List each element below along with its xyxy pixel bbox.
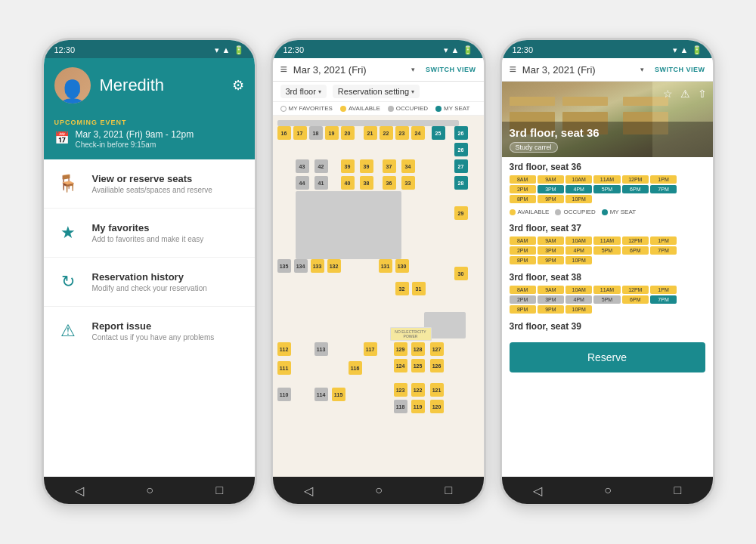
time-5pm-37[interactable]: 5PM	[593, 246, 620, 255]
time-10am-36[interactable]: 10AM	[565, 175, 592, 184]
seat-122[interactable]: 122	[411, 383, 425, 397]
seat-120[interactable]: 120	[430, 400, 444, 413]
back-button-3[interactable]: ◁	[533, 484, 542, 498]
time-7pm-36[interactable]: 7PM	[650, 185, 677, 193]
time-9pm-36[interactable]: 9PM	[538, 195, 564, 203]
time-5pm-38[interactable]: 5PM	[593, 295, 620, 304]
seat-127[interactable]: 127	[430, 342, 444, 356]
time-6pm-38[interactable]: 6PM	[622, 295, 649, 304]
menu-item-favorites[interactable]: ★ My favorites Add to favorites and make…	[44, 209, 255, 258]
time-8am-37[interactable]: 8AM	[510, 236, 536, 245]
time-8am-36[interactable]: 8AM	[510, 175, 536, 184]
seat-125[interactable]: 125	[411, 359, 425, 372]
time-7pm-38[interactable]: 7PM	[650, 295, 677, 304]
time-6pm-37[interactable]: 6PM	[622, 246, 649, 255]
share-action-icon[interactable]: ⇧	[698, 88, 707, 100]
time-11am-38[interactable]: 11AM	[593, 286, 620, 294]
home-button-2[interactable]: ○	[375, 484, 383, 497]
seat-23[interactable]: 23	[395, 126, 409, 140]
seat-113[interactable]: 113	[314, 342, 328, 356]
seat-121[interactable]: 121	[430, 383, 444, 397]
time-9pm-37[interactable]: 9PM	[538, 256, 564, 264]
time-2pm-38[interactable]: 2PM	[510, 295, 536, 304]
seat-115[interactable]: 115	[332, 388, 345, 401]
back-button-2[interactable]: ◁	[304, 484, 313, 498]
home-button-1[interactable]: ○	[146, 484, 153, 497]
menu-icon-3[interactable]: ≡	[510, 63, 516, 76]
seat-40[interactable]: 40	[341, 176, 355, 190]
seat-38[interactable]: 38	[360, 176, 373, 190]
time-4pm-38[interactable]: 4PM	[565, 295, 592, 304]
time-2pm-37[interactable]: 2PM	[510, 246, 536, 255]
dropdown-arrow-date-3[interactable]: ▾	[640, 66, 644, 73]
recent-button-1[interactable]: □	[216, 484, 224, 497]
back-button-1[interactable]: ◁	[75, 484, 84, 498]
seat-132[interactable]: 132	[327, 259, 341, 273]
time-1pm-36[interactable]: 1PM	[650, 175, 677, 184]
seat-117[interactable]: 117	[364, 342, 377, 356]
seat-17[interactable]: 17	[293, 126, 307, 140]
seat-27[interactable]: 27	[454, 159, 468, 173]
seat-133[interactable]: 133	[311, 259, 324, 273]
seat-124[interactable]: 124	[394, 359, 407, 372]
seat-29[interactable]: 29	[454, 206, 468, 220]
time-3pm-37[interactable]: 3PM	[538, 246, 564, 255]
switch-view-btn-3[interactable]: SWITCH VIEW	[655, 66, 705, 73]
time-11am-36[interactable]: 11AM	[593, 175, 620, 184]
switch-view-btn-2[interactable]: SWITCH VIEW	[426, 66, 476, 73]
seat-39[interactable]: 39	[341, 159, 355, 173]
time-8am-38[interactable]: 8AM	[510, 286, 536, 294]
time-12pm-37[interactable]: 12PM	[622, 236, 649, 245]
time-3pm-36[interactable]: 3PM	[538, 185, 564, 193]
phone3-scroll-content[interactable]: 3rd floor, seat 36 8AM 9AM 10AM 11AM 12P…	[502, 157, 713, 477]
seat-26[interactable]: 26	[454, 143, 468, 156]
time-8pm-36[interactable]: 8PM	[510, 195, 536, 203]
time-10am-38[interactable]: 10AM	[565, 286, 592, 294]
menu-item-history[interactable]: ↻ Reservation history Modify and check y…	[44, 258, 255, 307]
seat-135[interactable]: 135	[277, 259, 291, 273]
seat-112[interactable]: 112	[277, 342, 291, 356]
recent-button-2[interactable]: □	[445, 484, 453, 497]
time-10am-37[interactable]: 10AM	[565, 236, 592, 245]
time-7pm-37[interactable]: 7PM	[650, 246, 677, 255]
seat-20[interactable]: 20	[341, 126, 355, 140]
time-9am-38[interactable]: 9AM	[538, 286, 564, 294]
time-9am-36[interactable]: 9AM	[538, 175, 564, 184]
reserve-button[interactable]: Reserve	[510, 342, 705, 372]
seat-129[interactable]: 129	[394, 342, 407, 356]
dropdown-arrow-date-2[interactable]: ▾	[411, 66, 415, 73]
seat-116[interactable]: 116	[349, 361, 362, 375]
time-12pm-36[interactable]: 12PM	[622, 175, 649, 184]
reservation-filter-btn[interactable]: Reservation setting ▾	[333, 85, 420, 98]
seat-44[interactable]: 44	[296, 176, 309, 190]
seat-111[interactable]: 111	[277, 361, 291, 375]
time-8pm-37[interactable]: 8PM	[510, 256, 536, 264]
warning-action-icon[interactable]: ⚠	[680, 88, 690, 100]
time-8pm-38[interactable]: 8PM	[510, 305, 536, 314]
seat-130[interactable]: 130	[395, 259, 409, 273]
seat-24[interactable]: 24	[411, 126, 425, 140]
time-12pm-38[interactable]: 12PM	[622, 286, 649, 294]
seat-18[interactable]: 18	[309, 126, 323, 140]
seat-21[interactable]: 21	[364, 126, 377, 140]
time-1pm-38[interactable]: 1PM	[650, 286, 677, 294]
time-10pm-36[interactable]: 10PM	[565, 195, 592, 203]
time-1pm-37[interactable]: 1PM	[650, 236, 677, 245]
time-5pm-36[interactable]: 5PM	[593, 185, 620, 193]
seat-128[interactable]: 128	[411, 342, 425, 356]
time-4pm-36[interactable]: 4PM	[565, 185, 592, 193]
time-4pm-37[interactable]: 4PM	[565, 246, 592, 255]
seat-134[interactable]: 134	[294, 259, 308, 273]
seat-119[interactable]: 119	[411, 400, 425, 413]
menu-item-report[interactable]: ⚠ Report issue Contact us if you have an…	[44, 307, 255, 355]
seat-131[interactable]: 131	[379, 259, 392, 273]
floor-filter-btn[interactable]: 3rd floor ▾	[280, 85, 327, 98]
seat-110[interactable]: 110	[277, 388, 291, 401]
menu-icon-2[interactable]: ≡	[280, 63, 287, 76]
seat-31[interactable]: 31	[412, 282, 426, 295]
settings-icon[interactable]: ⚙	[232, 77, 244, 94]
seat-39b[interactable]: 39	[360, 159, 373, 173]
time-10pm-37[interactable]: 10PM	[565, 256, 592, 264]
recent-button-3[interactable]: □	[674, 484, 682, 497]
time-9am-37[interactable]: 9AM	[538, 236, 564, 245]
